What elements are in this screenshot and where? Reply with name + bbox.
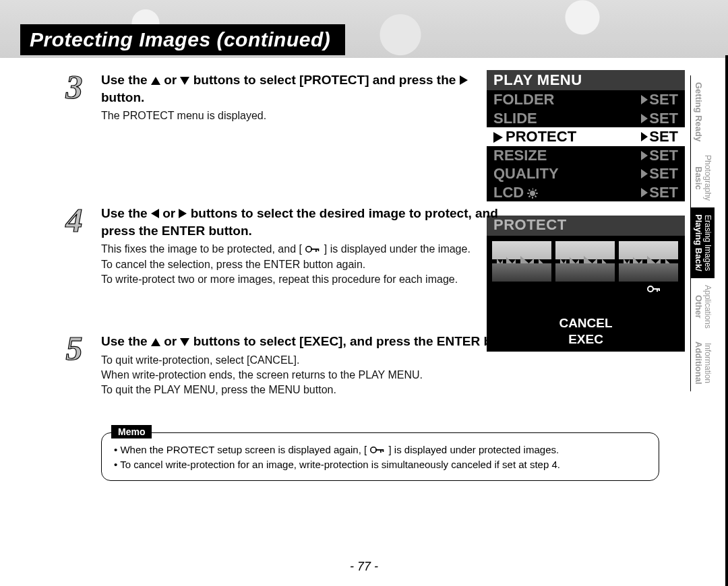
step-5: 5 Use the or buttons to select [EXEC], a… — [62, 333, 665, 398]
down-arrow-icon — [180, 77, 189, 85]
step-number: 5 — [55, 329, 93, 368]
svg-rect-10 — [380, 449, 382, 453]
svg-rect-6 — [315, 249, 317, 252]
up-arrow-icon — [151, 338, 160, 346]
svg-point-4 — [306, 247, 311, 252]
left-arrow-icon — [151, 209, 159, 218]
memo-label: Memo — [111, 425, 152, 438]
right-arrow-icon — [460, 75, 468, 85]
key-icon — [369, 445, 386, 455]
memo-box: Memo When the PROTECT setup screen is di… — [101, 432, 659, 481]
page-title: Protecting Images (continued) — [20, 24, 345, 55]
step-number: 3 — [55, 67, 93, 106]
side-tabs: Getting Ready PhotographyBasic Erasing I… — [690, 75, 720, 391]
memo-item: When the PROTECT setup screen is display… — [114, 443, 646, 457]
down-arrow-icon — [180, 338, 189, 346]
svg-rect-9 — [375, 449, 384, 451]
step-body: The PROTECT menu is displayed. — [101, 108, 665, 123]
page-edge — [725, 55, 728, 586]
step-3: 3 Use the or buttons to select [PROTECT]… — [62, 71, 665, 132]
step-4: 4 Use the or buttons to select the desir… — [62, 205, 665, 299]
key-icon — [305, 245, 321, 254]
svg-rect-11 — [383, 449, 384, 452]
tab-other-apps[interactable]: ApplicationsOther — [690, 278, 715, 335]
up-arrow-icon — [151, 77, 160, 85]
svg-point-8 — [371, 447, 376, 453]
page-number: - 77 - — [0, 560, 728, 574]
memo-item: To cancel write-protection for an image,… — [114, 457, 646, 472]
tab-playing-back[interactable]: Erasing ImagesPlaying Back/ — [690, 207, 715, 278]
tab-basic-photo[interactable]: PhotographyBasic — [690, 148, 715, 207]
step-number: 4 — [55, 201, 93, 240]
tab-additional-info[interactable]: InformationAdditional — [690, 335, 715, 391]
tab-getting-ready[interactable]: Getting Ready — [690, 75, 706, 148]
svg-rect-7 — [318, 249, 320, 251]
svg-rect-5 — [311, 249, 319, 250]
right-arrow-icon — [179, 209, 187, 218]
